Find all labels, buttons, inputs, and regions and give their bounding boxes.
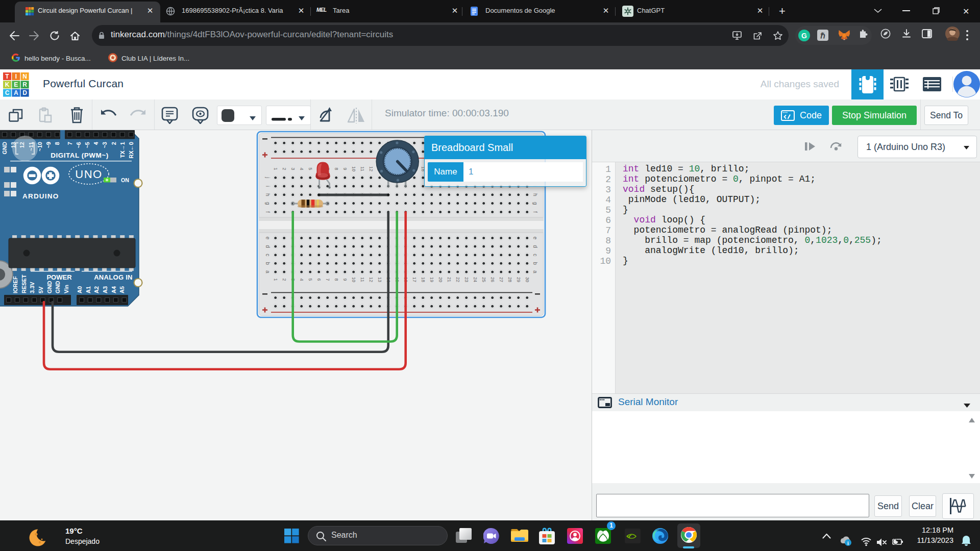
svg-text:b: b [532, 262, 538, 265]
svg-text:j: j [265, 177, 271, 178]
svg-text:f: f [532, 211, 538, 213]
svg-text:~5: ~5 [84, 142, 90, 148]
svg-text:17: 17 [412, 277, 417, 282]
svg-text:ON: ON [121, 177, 129, 183]
svg-text:11: 11 [360, 277, 365, 282]
svg-text:6: 6 [316, 278, 322, 281]
svg-text:ARDUINO: ARDUINO [22, 192, 59, 200]
svg-text:~9: ~9 [45, 142, 52, 148]
svg-text:e: e [265, 237, 271, 240]
svg-text:~3: ~3 [102, 142, 108, 148]
svg-text:12: 12 [369, 277, 374, 282]
svg-text:g: g [532, 202, 538, 205]
svg-text:A5: A5 [119, 286, 125, 293]
svg-text:Vin: Vin [63, 285, 69, 293]
svg-text:24: 24 [473, 277, 478, 282]
svg-text:26: 26 [490, 277, 495, 282]
svg-text:E: E [14, 81, 18, 88]
svg-text:19: 19 [429, 277, 434, 282]
svg-text:8: 8 [334, 278, 339, 281]
svg-text:GND: GND [46, 281, 53, 294]
svg-text:K: K [5, 81, 10, 88]
svg-text:1: 1 [273, 167, 278, 170]
svg-text:22: 22 [455, 277, 460, 282]
svg-text:9: 9 [342, 278, 348, 281]
svg-text:18: 18 [421, 277, 426, 282]
svg-text:b: b [265, 262, 271, 265]
svg-text:3.3V: 3.3V [29, 282, 35, 293]
svg-text:A2: A2 [93, 286, 100, 293]
svg-text:28: 28 [507, 277, 512, 282]
svg-text:I: I [15, 73, 17, 80]
svg-text:UNO: UNO [75, 168, 102, 181]
svg-text:3: 3 [290, 167, 296, 170]
svg-text:e: e [532, 237, 538, 240]
svg-text:C: C [5, 89, 10, 96]
svg-text:2: 2 [282, 167, 287, 170]
svg-text:TX→1: TX→1 [119, 142, 126, 158]
svg-text:10: 10 [351, 166, 356, 171]
svg-text:RESET: RESET [21, 274, 27, 293]
svg-text:i: i [847, 540, 849, 546]
svg-text:10: 10 [351, 277, 356, 282]
svg-text:2: 2 [111, 142, 117, 145]
svg-text:~6: ~6 [76, 142, 82, 148]
svg-text:POWER: POWER [46, 273, 72, 281]
svg-text:5V: 5V [38, 286, 44, 293]
svg-text:9: 9 [342, 167, 348, 170]
svg-text:12: 12 [369, 166, 374, 171]
svg-text:h: h [532, 193, 538, 196]
svg-text:4: 4 [93, 141, 99, 145]
svg-text:g: g [265, 202, 271, 205]
svg-text:25: 25 [481, 277, 486, 282]
svg-text:23: 23 [464, 277, 469, 282]
svg-text:a: a [532, 270, 538, 273]
svg-text:f: f [265, 211, 271, 213]
svg-text:h: h [265, 193, 271, 196]
svg-text:ℏ: ℏ [820, 32, 825, 40]
svg-text:1: 1 [273, 278, 278, 281]
svg-text:8: 8 [334, 167, 339, 170]
svg-text:c: c [532, 254, 538, 256]
svg-text:5: 5 [308, 167, 313, 170]
svg-text:d: d [532, 245, 538, 248]
svg-text:13: 13 [377, 277, 382, 282]
svg-text:RX←0: RX←0 [128, 142, 134, 158]
svg-text:5: 5 [308, 278, 313, 281]
svg-text:ANALOG IN: ANALOG IN [94, 273, 133, 281]
svg-text:A3: A3 [102, 286, 108, 293]
svg-text:IOREF: IOREF [12, 276, 18, 293]
svg-text:7: 7 [67, 142, 73, 145]
svg-text:7: 7 [325, 278, 330, 281]
svg-text:c: c [265, 254, 271, 256]
svg-text:27: 27 [499, 277, 504, 282]
svg-text:GND: GND [2, 142, 8, 155]
svg-text:DIGITAL (PWM~): DIGITAL (PWM~) [51, 152, 108, 159]
svg-text:D: D [22, 89, 27, 96]
svg-text:A0: A0 [77, 286, 83, 293]
svg-text:4: 4 [299, 167, 304, 170]
svg-text:T: T [5, 73, 9, 80]
svg-text:d: d [265, 245, 271, 248]
svg-text:a: a [265, 270, 271, 273]
svg-text:29: 29 [516, 277, 521, 282]
svg-text:A4: A4 [111, 286, 117, 293]
svg-text:GND: GND [55, 281, 61, 294]
svg-text:G: G [801, 32, 807, 40]
svg-text:11: 11 [360, 166, 365, 171]
svg-text:20: 20 [438, 277, 443, 282]
svg-text:A: A [14, 89, 18, 96]
svg-text:R: R [22, 81, 27, 88]
svg-text:2: 2 [282, 278, 287, 281]
svg-text:8: 8 [54, 142, 60, 145]
svg-text:30: 30 [525, 277, 530, 282]
svg-text:21: 21 [447, 277, 452, 282]
svg-text:N: N [22, 73, 27, 80]
svg-text:4: 4 [299, 278, 304, 281]
svg-text:i: i [265, 186, 271, 187]
svg-text:A1: A1 [85, 286, 91, 293]
